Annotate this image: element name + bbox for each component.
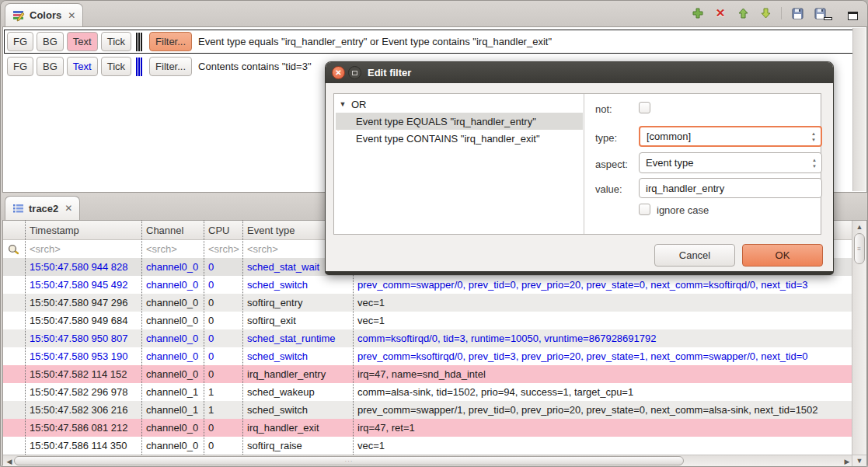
cell-channel: channel0_0 [141, 347, 204, 365]
tick-color-button[interactable]: Tick [101, 57, 131, 76]
filter-button[interactable]: Filter... [149, 32, 192, 51]
cell-timestamp: 15:50:47.580 944 828 [25, 258, 141, 276]
cell-cpu: 0 [204, 437, 242, 455]
not-checkbox[interactable] [639, 102, 650, 113]
delete-color-button[interactable]: ✕ [713, 6, 727, 20]
cell-cpu: 0 [204, 276, 242, 294]
table-row[interactable]: 15:50:47.582 306 216channel0_11sched_swi… [3, 401, 852, 419]
cell-cpu: 0 [204, 294, 242, 312]
cell-event-type: softirq_exit [242, 312, 353, 329]
application-window: Colors ✕ ✕ [0, 0, 868, 467]
table-row[interactable]: 15:50:47.580 950 807channel0_00sched_sta… [3, 329, 852, 347]
cell-channel: channel0_0 [141, 365, 204, 383]
bg-color-button[interactable]: BG [37, 57, 64, 76]
header-timestamp[interactable]: Timestamp [25, 221, 141, 239]
type-select[interactable]: [common] ▲▼ [639, 126, 822, 147]
tick-color-button[interactable]: Tick [101, 32, 131, 51]
ignore-case-checkbox[interactable] [639, 204, 650, 215]
window-maximize-icon[interactable] [348, 66, 361, 79]
table-row[interactable]: 15:50:47.580 949 684channel0_00softirq_e… [3, 312, 852, 329]
maximize-view-icon[interactable] [845, 9, 859, 23]
row-icon-cell [3, 276, 25, 294]
table-row[interactable]: 15:50:47.580 953 190channel0_00sched_swi… [3, 347, 852, 365]
ok-button[interactable]: OK [742, 244, 823, 267]
cell-channel: channel0_0 [141, 419, 204, 437]
value-label: value: [595, 183, 622, 195]
minimize-view-icon[interactable] [821, 9, 835, 23]
add-color-button[interactable] [691, 6, 705, 20]
table-row[interactable]: 15:50:47.582 296 978channel0_11sched_wak… [3, 383, 852, 401]
tab-trace2[interactable]: trace2 ✕ [5, 196, 80, 220]
cell-timestamp: 15:50:47.580 949 684 [25, 312, 141, 329]
tree-expander-icon[interactable]: ▼ [334, 100, 351, 108]
cell-timestamp: 15:50:47.580 950 807 [25, 329, 141, 347]
search-field-channel[interactable]: <srch> [141, 240, 204, 258]
tree-node-condition[interactable]: Event type EQUALS "irq_handler_entry" [336, 113, 583, 130]
cell-cpu: 1 [204, 383, 242, 401]
row-icon-cell [3, 312, 25, 329]
cell-channel: channel0_0 [141, 329, 204, 347]
vertical-scrollbar[interactable]: ▲ ≡ [852, 221, 866, 455]
cancel-button[interactable]: Cancel [654, 244, 735, 267]
cell-contents: comm=alsa-sink, tid=1502, prio=94, succe… [353, 383, 852, 401]
cell-event-type: softirq_raise [242, 437, 353, 455]
bg-color-button[interactable]: BG [37, 32, 64, 51]
cell-event-type: irq_handler_entry [242, 365, 353, 383]
tab-colors[interactable]: Colors ✕ [5, 3, 83, 26]
row-icon-cell [3, 294, 25, 312]
close-icon[interactable]: ✕ [64, 203, 72, 214]
horizontal-scrollbar[interactable]: ◀ ··· ▶ [3, 455, 853, 466]
header-channel[interactable]: Channel [141, 221, 204, 239]
dialog-title: Edit filter [368, 67, 411, 78]
combo-spinner-icon: ▲▼ [811, 131, 816, 142]
row-icon-cell [3, 347, 25, 365]
table-row[interactable]: 15:50:47.580 947 296channel0_00softirq_e… [3, 294, 852, 312]
cell-event-type: sched_switch [242, 401, 353, 419]
text-sample-button[interactable]: Text [67, 32, 98, 51]
text-sample-button[interactable]: Text [67, 57, 98, 76]
row-icon-cell [3, 383, 25, 401]
color-setting-row[interactable]: FG BG Text Tick Filter... Event type equ… [4, 30, 856, 54]
tree-node-condition[interactable]: Event type CONTAINS "irq_handler_exit" [336, 130, 583, 147]
filter-button[interactable]: Filter... [149, 57, 192, 76]
cell-contents: prev_comm=swapper/0, prev_tid=0, prev_pr… [353, 276, 852, 294]
cell-contents: irq=47, name=snd_hda_intel [353, 365, 852, 383]
horizontal-scrollbar-thumb[interactable]: ··· [14, 456, 684, 465]
fg-color-button[interactable]: FG [7, 32, 33, 51]
search-field-cpu[interactable]: <srch> [204, 240, 242, 258]
tree-node-or[interactable]: ▼ OR [334, 96, 584, 113]
table-row[interactable]: 15:50:47.582 114 152channel0_00irq_handl… [3, 365, 852, 383]
table-row[interactable]: 15:50:47.580 945 492channel0_00sched_swi… [3, 276, 852, 294]
cell-event-type: softirq_entry [242, 294, 353, 312]
cell-cpu: 0 [204, 365, 242, 383]
cell-timestamp: 15:50:47.580 953 190 [25, 347, 141, 365]
fg-color-button[interactable]: FG [7, 57, 33, 76]
move-up-button[interactable] [736, 6, 750, 20]
scroll-down-icon[interactable]: ▼ [852, 455, 866, 466]
value-input[interactable]: irq_handler_entry [639, 178, 822, 198]
move-down-button[interactable] [758, 6, 772, 20]
cell-channel: channel0_0 [141, 276, 204, 294]
search-field-timestamp[interactable]: <srch> [25, 240, 141, 258]
tick-swatch-icon [136, 58, 145, 76]
table-row[interactable]: 15:50:47.586 081 212channel0_00irq_handl… [3, 419, 852, 437]
close-icon[interactable]: ✕ [68, 10, 75, 21]
colors-view-icon [12, 9, 25, 22]
header-icon-column[interactable] [3, 221, 25, 239]
export-colors-button[interactable] [790, 6, 804, 20]
dialog-titlebar[interactable]: ✕ Edit filter [326, 62, 833, 83]
cell-contents: comm=ksoftirqd/0, tid=3, runtime=10050, … [353, 329, 852, 347]
events-table-body: 15:50:47.580 944 828channel0_00sched_sta… [3, 258, 852, 455]
scroll-up-icon[interactable]: ▲ [853, 221, 866, 232]
cell-event-type: irq_handler_exit [242, 419, 353, 437]
combo-spinner-icon: ▲▼ [812, 158, 817, 169]
table-row[interactable]: 15:50:47.586 114 350channel0_00softirq_r… [3, 437, 852, 455]
window-close-icon[interactable]: ✕ [332, 66, 345, 79]
colors-scrollbar[interactable] [852, 28, 866, 191]
vertical-scrollbar-thumb[interactable]: ≡ [854, 233, 865, 264]
cell-contents: prev_comm=ksoftirqd/0, prev_tid=3, prev_… [353, 347, 852, 365]
aspect-select[interactable]: Event type ▲▼ [639, 152, 822, 173]
cell-event-type: sched_switch [242, 347, 353, 365]
view-window-buttons [821, 9, 859, 23]
header-cpu[interactable]: CPU [204, 221, 242, 239]
